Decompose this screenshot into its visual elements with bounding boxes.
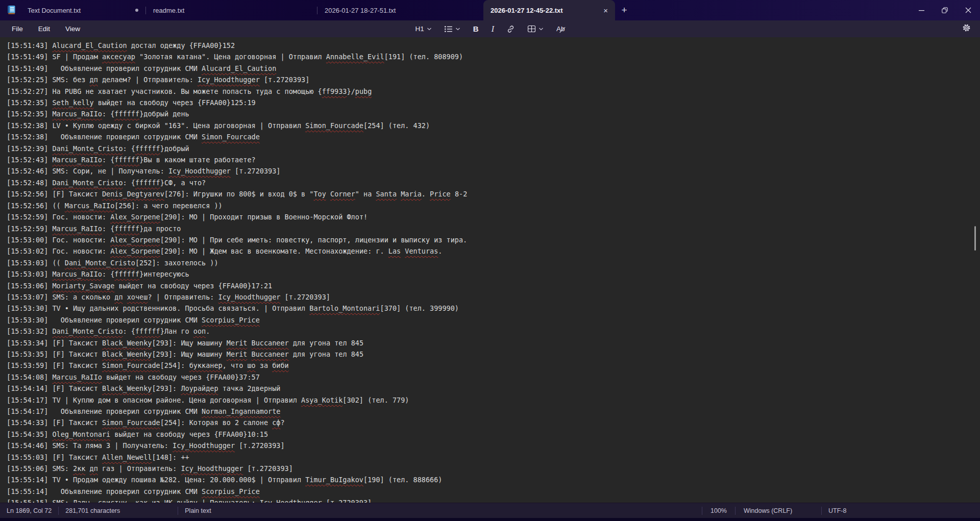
italic-button[interactable]: I [487, 23, 499, 35]
close-window-button[interactable] [957, 0, 980, 20]
log-line: [15:53:59] [F] Таксист Simon_Fourcade[25… [7, 360, 980, 371]
log-line: [15:52:59] Marcus_RaIIo: {ffffff}да прос… [7, 223, 980, 234]
line-ending: Windows (CRLF) [736, 507, 821, 514]
format-toolbar: H1 B I [411, 23, 570, 35]
minimize-button[interactable] [910, 0, 933, 20]
log-line: [15:51:49] SF | Продам аксесуар "Золотая… [7, 51, 980, 62]
gear-icon [962, 23, 971, 32]
tab-label: Text Document.txt [28, 7, 129, 14]
log-line: [15:52:48] Dani_Monte_Cristo: {ffffff}СФ… [7, 177, 980, 188]
menu-edit[interactable]: Edit [31, 20, 58, 37]
window-controls [910, 0, 980, 20]
tab-4[interactable]: 2026-01-27 12-45-22.txt× [483, 0, 615, 20]
titlebar: Text Document.txtreadme.txt2026-01-27 18… [0, 0, 980, 20]
cursor-position: Ln 1869, Col 72 [0, 507, 58, 514]
minimize-icon [919, 8, 924, 13]
link-button[interactable] [502, 23, 520, 35]
tab-2[interactable]: readme.txt [146, 0, 317, 20]
log-line: [15:54:17] Объявление проверил сотрудник… [7, 406, 980, 417]
log-line: [15:55:06] SMS: 2кк дп газ | Отправитель… [7, 463, 980, 474]
log-line: [15:54:35] Oleg_Montonari выйдет на своб… [7, 429, 980, 440]
tab-label: 2026-01-27 12-45-22.txt [491, 7, 595, 14]
log-line: [15:54:33] [F] Таксист Simon_Fourcade[25… [7, 417, 980, 428]
tab-1[interactable]: Text Document.txt [20, 0, 145, 20]
log-line: [15:53:03] (( Dani_Monte_Cristo[252]: за… [7, 257, 980, 268]
table-icon [528, 25, 536, 33]
log-line: [15:52:56] (( Marcus_RaIIo[256]: а чего … [7, 200, 980, 211]
log-line: [15:54:08] Marcus_RaIIo выйдет на свобод… [7, 371, 980, 383]
log-line: [15:51:43] Alucard_El_Caution достал оде… [7, 40, 980, 51]
bold-button[interactable]: B [469, 23, 483, 35]
log-line: [15:52:46] SMS: Сори, не | Получатель: I… [7, 165, 980, 177]
log-line: [15:53:07] SMS: а сколько дп хочеш? | От… [7, 291, 980, 303]
log-line: [15:55:14] Объявление проверил сотрудник… [7, 486, 980, 497]
log-line: [15:53:32] Dani_Monte_Cristo: {ffffff}Ла… [7, 326, 980, 337]
table-dropdown[interactable] [523, 23, 548, 35]
log-line: [15:54:17] TV | Куплю дом в опасном райо… [7, 394, 980, 406]
tab-3[interactable]: 2026-01-27 18-27-51.txt [317, 0, 483, 20]
toolbar-row: File Edit View H1 B I [0, 20, 980, 37]
log-line: [15:52:35] Seth_kelly выйдет на свободу … [7, 97, 980, 108]
log-line: [15:53:03] Marcus_RaIIo: {ffffff}интерес… [7, 268, 980, 280]
tab-label: 2026-01-27 18-27-51.txt [325, 7, 476, 14]
log-line: [15:52:43] Marcus_RaIIo: {ffffff}Вы в ка… [7, 154, 980, 165]
vertical-scrollbar-thumb[interactable] [974, 226, 976, 251]
log-line: [15:52:39] Dani_Monte_Cristo: {ffffff}до… [7, 143, 980, 154]
menu-view[interactable]: View [58, 20, 88, 37]
restore-button[interactable] [933, 0, 957, 20]
link-icon [507, 25, 515, 33]
encoding: UTF-8 [822, 507, 878, 514]
add-tab-button[interactable]: + [615, 0, 633, 20]
log-line: [15:52:35] Marcus_RaIIo: {ffffff}добрый … [7, 108, 980, 119]
log-line: [15:53:30] Объявление проверил сотрудник… [7, 314, 980, 326]
log-line: [15:52:38] LV • Куплю одежду с биркой "1… [7, 120, 980, 131]
heading-dropdown[interactable]: H1 [411, 23, 436, 35]
log-line: [15:53:35] [F] Таксист Black_Weenky[293]… [7, 349, 980, 360]
log-line: [15:53:06] Moriarty_Savage выйдет на сво… [7, 280, 980, 291]
clear-formatting-button[interactable]: Ab [552, 23, 570, 35]
log-line: [15:54:46] SMS: Та ляма 3 | Получатель: … [7, 440, 980, 451]
statusbar: Ln 1869, Col 72 281,701 characters Plain… [0, 503, 980, 521]
unsaved-dot-icon [135, 9, 138, 12]
tab-label: readme.txt [153, 7, 310, 14]
log-line: [15:53:34] [F] Таксист Black_Weenky[293]… [7, 337, 980, 349]
log-line: [15:55:15] SMS: Лады, свистну, как из ИК… [7, 497, 980, 503]
log-line: [15:53:02] Гос. новости: Alex_Sorpene[29… [7, 245, 980, 257]
log-line: [15:55:14] TV • Продам одежду пошива №28… [7, 474, 980, 485]
log-line: [15:53:30] TV • Ищу дальних родственнико… [7, 303, 980, 314]
bullet-list-icon [445, 26, 453, 33]
log-line: [15:51:49] Объявление проверил сотрудник… [7, 63, 980, 74]
log-line: [15:53:00] Гос. новости: Alex_Sorpene[29… [7, 234, 980, 245]
text-editor[interactable]: [15:51:43] Alucard_El_Caution достал оде… [0, 37, 980, 503]
zoom-level[interactable]: 100% [702, 507, 735, 514]
chevron-down-icon [539, 28, 544, 31]
log-line: [15:52:27] На PUBG не хватает участников… [7, 86, 980, 97]
log-line: [15:54:14] [F] Таксист Black_Weenky[293]… [7, 383, 980, 394]
log-line: [15:52:56] [F] Таксист Denis_Degtyarev[2… [7, 188, 980, 200]
chevron-down-icon [427, 28, 432, 31]
chevron-down-icon [456, 28, 460, 31]
log-line: [15:52:25] SMS: без дп делаем? | Отправи… [7, 74, 980, 85]
notepad-app-icon [7, 5, 16, 15]
tab-close-icon[interactable]: × [603, 7, 608, 14]
editor-lines: [15:51:43] Alucard_El_Caution достал оде… [0, 37, 980, 503]
close-icon [965, 7, 971, 13]
heading-label: H1 [415, 26, 424, 33]
list-dropdown[interactable] [440, 23, 465, 35]
menubar: File Edit View [0, 20, 88, 37]
character-count: 281,701 characters [59, 507, 127, 514]
log-line: [15:55:03] [F] Таксист Allen_Newell[148]… [7, 452, 980, 463]
tab-strip: Text Document.txtreadme.txt2026-01-27 18… [20, 0, 615, 20]
menu-file[interactable]: File [4, 20, 31, 37]
restore-icon [942, 7, 948, 13]
log-line: [15:52:38] Объявление проверил сотрудник… [7, 131, 980, 142]
document-type: Plain text [178, 507, 217, 514]
settings-button[interactable] [960, 21, 973, 36]
log-line: [15:52:59] Гос. новости: Alex_Sorpene[29… [7, 211, 980, 222]
